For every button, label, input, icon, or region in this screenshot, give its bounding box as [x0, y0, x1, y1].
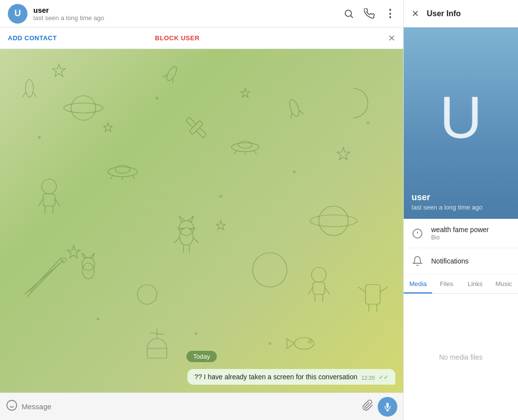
- svg-line-60: [174, 238, 180, 243]
- chat-background: .d{fill:none;stroke:#4a7a30;stroke-width…: [0, 49, 403, 393]
- notifications-icon: [412, 255, 423, 267]
- more-options-icon[interactable]: ⋮: [385, 8, 395, 19]
- svg-line-79: [27, 264, 59, 297]
- notifications-label: Notifications: [431, 257, 468, 265]
- svg-rect-47: [196, 128, 207, 138]
- chat-messages: Today ?? I have already taken a screen f…: [0, 343, 403, 393]
- svg-point-23: [108, 167, 137, 177]
- svg-point-28: [232, 143, 259, 152]
- tab-music[interactable]: Music: [490, 274, 518, 293]
- svg-point-71: [82, 263, 94, 279]
- avatar[interactable]: U: [8, 4, 27, 24]
- svg-line-6: [163, 74, 167, 79]
- svg-line-42: [325, 287, 330, 294]
- svg-rect-45: [189, 121, 203, 134]
- svg-point-17: [71, 96, 96, 120]
- svg-point-59: [180, 228, 193, 245]
- svg-point-48: [38, 136, 40, 138]
- notifications-item[interactable]: Notifications: [404, 248, 518, 274]
- svg-marker-15: [67, 245, 80, 258]
- svg-line-41: [308, 287, 313, 294]
- svg-point-21: [137, 285, 157, 304]
- phone-icon[interactable]: [364, 8, 375, 19]
- svg-point-56: [179, 221, 194, 236]
- no-media-text: No media files: [404, 294, 518, 420]
- bio-icon: [412, 228, 423, 239]
- message-bubble: ?? I have already taken a screen for thi…: [187, 369, 395, 385]
- tab-media[interactable]: Media: [404, 274, 432, 293]
- bio-content: wealth fame power Bio: [431, 226, 489, 241]
- info-close-icon[interactable]: ✕: [412, 8, 419, 19]
- user-info-avatar-letter: U: [440, 88, 482, 147]
- svg-marker-16: [216, 221, 225, 230]
- attach-icon[interactable]: [362, 399, 374, 414]
- svg-rect-34: [43, 194, 55, 206]
- info-panel-header: ✕ User Info: [404, 0, 518, 27]
- svg-rect-82: [365, 285, 380, 304]
- svg-point-87: [7, 400, 17, 410]
- svg-point-24: [115, 165, 130, 173]
- search-icon[interactable]: [343, 8, 354, 19]
- message-input[interactable]: [22, 402, 358, 411]
- message-read-icon: ✓✓: [379, 374, 388, 381]
- svg-point-5: [165, 65, 179, 82]
- svg-point-29: [238, 141, 252, 148]
- bio-label: Bio: [431, 234, 489, 241]
- svg-point-50: [220, 195, 222, 197]
- message-time: 12:20: [361, 375, 375, 381]
- contact-bar-close-icon[interactable]: ✕: [388, 33, 395, 44]
- chat-header: U user last seen a long time ago ⋮: [0, 0, 403, 27]
- svg-point-52: [367, 122, 369, 124]
- svg-point-33: [42, 179, 56, 194]
- chat-background-pattern: .d{fill:none;stroke:#4a7a30;stroke-width…: [0, 49, 403, 393]
- svg-marker-13: [241, 88, 250, 97]
- tab-links[interactable]: Links: [461, 274, 490, 293]
- svg-marker-70: [90, 253, 95, 259]
- add-contact-button[interactable]: ADD CONTACT: [8, 34, 57, 42]
- info-panel-title: User Info: [427, 9, 461, 18]
- user-info-status: last seen a long time ago: [412, 204, 510, 211]
- date-badge: Today: [186, 351, 217, 362]
- svg-line-30: [234, 151, 236, 154]
- svg-point-20: [310, 215, 357, 227]
- svg-point-2: [26, 79, 33, 97]
- svg-point-49: [156, 97, 158, 99]
- svg-line-1: [351, 16, 353, 18]
- chat-panel: U user last seen a long time ago ⋮ ADD C…: [0, 0, 403, 420]
- user-info-avatar-section: U user last seen a long time ago: [404, 27, 518, 219]
- emoji-icon[interactable]: [6, 399, 18, 414]
- svg-line-10: [299, 109, 304, 115]
- mic-button[interactable]: [378, 397, 397, 417]
- user-info-panel: ✕ User Info U user last seen a long time…: [403, 0, 518, 420]
- tab-files[interactable]: Files: [432, 274, 461, 293]
- svg-line-36: [55, 199, 60, 206]
- contact-bar: ADD CONTACT BLOCK USER ✕: [0, 27, 403, 49]
- svg-point-19: [319, 206, 348, 236]
- svg-line-32: [254, 151, 257, 154]
- svg-point-39: [311, 267, 326, 282]
- svg-point-53: [97, 318, 99, 320]
- user-info-name: user: [412, 192, 510, 203]
- svg-line-61: [193, 238, 199, 243]
- svg-point-68: [82, 258, 95, 270]
- svg-marker-69: [82, 253, 87, 259]
- svg-marker-12: [104, 123, 112, 131]
- svg-line-25: [110, 176, 113, 179]
- bio-text: wealth fame power: [431, 226, 489, 234]
- svg-line-27: [132, 176, 135, 179]
- svg-line-80: [29, 258, 61, 292]
- chat-user-name: user: [33, 6, 343, 14]
- svg-marker-58: [188, 216, 194, 222]
- svg-point-0: [345, 10, 352, 16]
- svg-point-54: [195, 333, 197, 335]
- svg-line-83: [358, 287, 365, 292]
- info-tabs: Media Files Links Music: [404, 274, 518, 294]
- svg-rect-40: [313, 282, 325, 294]
- message-text: ?? I have already taken a screen for thi…: [194, 373, 357, 381]
- svg-point-8: [287, 98, 301, 117]
- svg-line-84: [380, 287, 388, 292]
- svg-marker-11: [52, 64, 65, 77]
- block-user-button[interactable]: BLOCK USER: [155, 34, 200, 42]
- svg-marker-57: [179, 216, 185, 222]
- notifications-content: Notifications: [431, 257, 468, 265]
